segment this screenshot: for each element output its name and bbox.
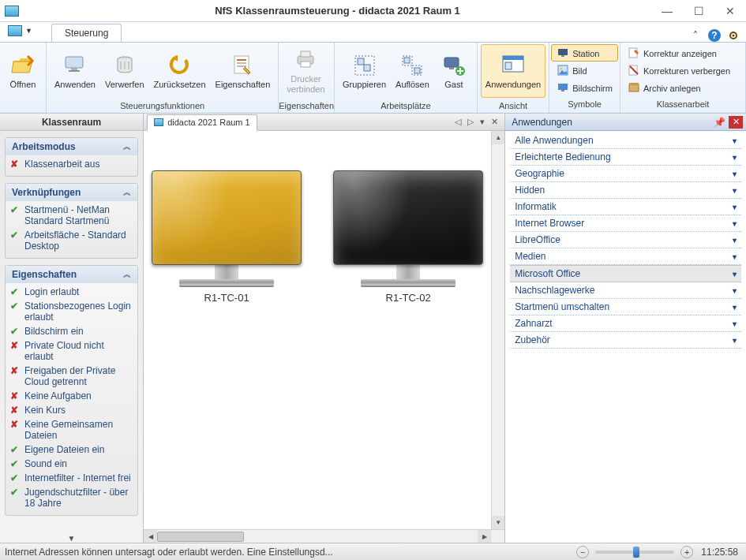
svg-rect-27 (503, 56, 523, 60)
section-arbeitsmodus[interactable]: Arbeitsmodus︽ ✘Klassenarbeit aus (5, 137, 138, 177)
station-item[interactable]: R1-TC-02 (333, 170, 483, 521)
property-item[interactable]: ✘Freigaben der Private Cloud getrennt (10, 364, 133, 389)
maximize-button[interactable]: ☐ (683, 0, 714, 22)
symbols-screen-button[interactable]: Bildschirm (551, 79, 618, 96)
check-icon: ✔ (10, 230, 21, 241)
application-category[interactable]: Alle Anwendungen▾ (510, 133, 741, 149)
zoom-out-button[interactable]: − (576, 546, 589, 558)
tab-dropdown-icon[interactable]: ▾ (480, 117, 485, 127)
apply-label: Anwenden (54, 80, 96, 90)
category-label: Microsoft Office (515, 268, 580, 279)
application-category[interactable]: Nachschlagewerke▾ (510, 282, 741, 299)
scroll-down-icon[interactable]: ▼ (492, 516, 504, 529)
property-item[interactable]: ✔Sound ein (10, 457, 133, 471)
property-item[interactable]: ✔Internetfilter - Internet frei (10, 471, 133, 485)
group-button[interactable]: Gruppieren (338, 44, 391, 98)
application-category[interactable]: Zahnarzt▾ (510, 315, 741, 332)
panel-close-button[interactable]: ✕ (729, 116, 743, 129)
tab-next-icon[interactable]: ▷ (467, 117, 474, 127)
discard-button[interactable]: Verwerfen (100, 44, 149, 98)
application-category[interactable]: Geographie▾ (510, 166, 741, 182)
symbols-station-button[interactable]: Station (551, 44, 618, 62)
create-archive-button[interactable]: Archiv anlegen (622, 79, 744, 96)
property-item[interactable]: ✘Kein Kurs (10, 403, 133, 417)
show-correction-button[interactable]: Korrektur anzeigen (622, 44, 744, 62)
apply-button[interactable]: Anwenden (50, 44, 100, 98)
right-panel: Anwendungen 📌 ✕ Alle Anwendungen▾Erleich… (505, 114, 746, 543)
application-category[interactable]: Internet Browser▾ (510, 215, 741, 232)
status-bar: Internet Adressen können untersagt oder … (0, 543, 746, 560)
status-message: Internet Adressen können untersagt oder … (5, 547, 575, 558)
printer-icon (294, 48, 317, 72)
tab-steuerung[interactable]: Steuerung (51, 24, 122, 42)
qat-dropdown-icon[interactable]: ▼ (25, 27, 32, 35)
applications-button[interactable]: Anwendungen (481, 44, 545, 98)
reset-button[interactable]: Zurücksetzen (149, 44, 211, 98)
property-item[interactable]: ✔Login erlaubt (10, 285, 133, 299)
guest-button[interactable]: Gast (434, 44, 474, 98)
connect-printer-button[interactable]: Drucker verbinden (282, 44, 329, 98)
property-item[interactable]: ✘Private Cloud nicht erlaubt (10, 338, 133, 364)
application-category[interactable]: Microsoft Office▾ (510, 265, 741, 282)
application-category[interactable]: Hidden▾ (510, 182, 741, 199)
screen-icon (557, 82, 568, 93)
printer-label: Drucker verbinden (287, 74, 324, 94)
application-category[interactable]: Erleichterte Bedienung▾ (510, 149, 741, 166)
station-item[interactable]: R1-TC-01 (152, 170, 302, 521)
symbols-image-button[interactable]: Bild (551, 62, 618, 79)
horizontal-scrollbar[interactable]: ◀ ▶ (144, 529, 504, 543)
vertical-scrollbar[interactable]: ▲ ▼ (491, 131, 504, 529)
application-category[interactable]: Startmenü umschalten▾ (510, 299, 741, 315)
category-label: Informatik (515, 201, 557, 212)
property-item[interactable]: ✔Jugendschutzfilter - über 18 Jahre (10, 485, 133, 510)
application-category[interactable]: LibreOffice▾ (510, 232, 741, 248)
trash-icon (113, 54, 137, 77)
scroll-up-icon[interactable]: ▲ (492, 131, 504, 144)
property-item[interactable]: ✘Keine Gemeinsamen Dateien (10, 417, 133, 442)
property-item[interactable]: ✘Klassenarbeit aus (10, 157, 133, 171)
tab-close-icon[interactable]: ✕ (491, 117, 498, 127)
svg-rect-22 (414, 68, 420, 73)
properties-button[interactable]: Eigenschaften (211, 44, 276, 98)
check-icon: ✔ (10, 326, 21, 337)
section-eigenschaften[interactable]: Eigenschaften︽ ✔Login erlaubt✔Stationsbe… (5, 265, 138, 516)
scroll-down-icon[interactable]: ▼ (68, 534, 76, 543)
minimize-button[interactable]: — (651, 0, 683, 22)
open-button[interactable]: Öffnen (3, 44, 43, 98)
app-menu-icon[interactable] (8, 25, 22, 36)
section-verknuepfungen[interactable]: Verknüpfungen︽ ✔Startmenü - NetMan Stand… (5, 183, 138, 259)
application-category[interactable]: Informatik▾ (510, 199, 741, 215)
application-category[interactable]: Medien▾ (510, 248, 741, 265)
property-item[interactable]: ✔Startmenü - NetMan Standard Startmenü (10, 203, 133, 228)
property-label: Keine Gemeinsamen Dateien (24, 419, 133, 441)
station-screen (152, 170, 302, 265)
application-category[interactable]: Zubehör▾ (510, 332, 741, 349)
scroll-thumb[interactable] (157, 532, 244, 542)
zoom-slider[interactable] (595, 551, 674, 554)
close-button[interactable]: ✕ (714, 0, 746, 22)
document-tab[interactable]: didacta 2021 Raum 1 (147, 114, 257, 131)
hide-corrections-button[interactable]: Korrekturen verbergen (622, 62, 744, 79)
ungroup-button[interactable]: Auflösen (391, 44, 434, 98)
options-icon[interactable] (727, 29, 740, 42)
property-item[interactable]: ✘Keine Aufgaben (10, 389, 133, 403)
guest-label: Gast (444, 80, 463, 90)
property-label: Startmenü - NetMan Standard Startmenü (24, 204, 133, 226)
help-icon[interactable]: ? (708, 29, 721, 42)
property-item[interactable]: ✔Eigene Dateien ein (10, 442, 133, 457)
ribbon-collapse-icon[interactable]: ˄ (689, 29, 702, 42)
zoom-in-button[interactable]: + (680, 546, 693, 558)
zoom-slider-knob[interactable] (633, 547, 639, 558)
tab-prev-icon[interactable]: ◁ (455, 117, 461, 127)
section-title: Arbeitsmodus (12, 141, 76, 152)
property-item[interactable]: ✔Bildschirm ein (10, 324, 133, 338)
scroll-right-icon[interactable]: ▶ (478, 530, 491, 543)
quick-access-toolbar[interactable]: ▼ (3, 22, 37, 42)
scroll-left-icon[interactable]: ◀ (144, 530, 157, 543)
property-item[interactable]: ✔Stationsbezogenes Login erlaubt (10, 299, 133, 324)
property-label: Internetfilter - Internet frei (24, 472, 131, 483)
stations-canvas[interactable]: R1-TC-01R1-TC-02 (144, 131, 491, 529)
property-item[interactable]: ✔Arbeitsfläche - Standard Desktop (10, 228, 133, 253)
chevron-down-icon: ▾ (733, 186, 737, 195)
pin-icon[interactable]: 📌 (713, 117, 725, 128)
